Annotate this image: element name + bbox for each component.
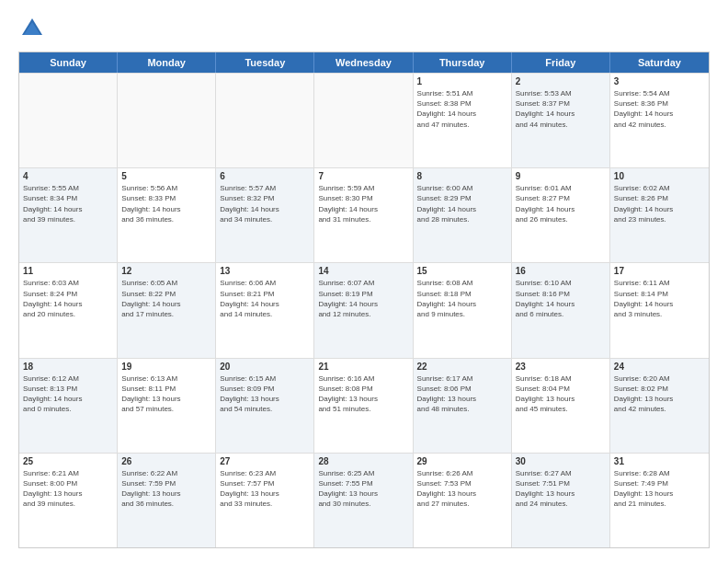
calendar-header: SundayMondayTuesdayWednesdayThursdayFrid…: [19, 52, 709, 73]
day-info: Sunrise: 5:57 AM Sunset: 8:32 PM Dayligh…: [220, 183, 310, 224]
calendar-header-day: Tuesday: [216, 52, 314, 73]
calendar-body: 1Sunrise: 5:51 AM Sunset: 8:38 PM Daylig…: [19, 73, 709, 547]
calendar-cell: 17Sunrise: 6:11 AM Sunset: 8:14 PM Dayli…: [610, 263, 709, 357]
calendar-cell: 5Sunrise: 5:56 AM Sunset: 8:33 PM Daylig…: [118, 168, 216, 262]
day-info: Sunrise: 6:23 AM Sunset: 7:57 PM Dayligh…: [220, 468, 310, 510]
day-number: 20: [220, 362, 310, 372]
calendar-cell: 31Sunrise: 6:28 AM Sunset: 7:49 PM Dayli…: [610, 454, 709, 547]
calendar-cell: 18Sunrise: 6:12 AM Sunset: 8:13 PM Dayli…: [19, 359, 118, 453]
calendar-cell: [216, 74, 314, 167]
day-number: 26: [121, 456, 211, 466]
day-info: Sunrise: 5:53 AM Sunset: 8:37 PM Dayligh…: [516, 88, 606, 130]
calendar-cell: 6Sunrise: 5:57 AM Sunset: 8:32 PM Daylig…: [216, 168, 314, 262]
calendar-header-day: Wednesday: [314, 52, 413, 73]
day-info: Sunrise: 6:08 AM Sunset: 8:18 PM Dayligh…: [417, 278, 507, 319]
day-number: 7: [318, 171, 408, 181]
calendar-cell: 15Sunrise: 6:08 AM Sunset: 8:18 PM Dayli…: [414, 263, 512, 357]
day-info: Sunrise: 6:02 AM Sunset: 8:26 PM Dayligh…: [614, 183, 705, 224]
day-number: 12: [121, 266, 211, 276]
calendar-cell: 20Sunrise: 6:15 AM Sunset: 8:09 PM Dayli…: [216, 359, 314, 453]
day-number: 21: [318, 362, 408, 372]
calendar-row: 25Sunrise: 6:21 AM Sunset: 8:00 PM Dayli…: [19, 453, 709, 547]
logo-icon: [18, 15, 46, 42]
calendar-cell: 30Sunrise: 6:27 AM Sunset: 7:51 PM Dayli…: [512, 454, 610, 547]
calendar-cell: 4Sunrise: 5:55 AM Sunset: 8:34 PM Daylig…: [19, 168, 118, 262]
day-number: 13: [220, 266, 310, 276]
calendar-cell: 7Sunrise: 5:59 AM Sunset: 8:30 PM Daylig…: [314, 168, 413, 262]
calendar-cell: 13Sunrise: 6:06 AM Sunset: 8:21 PM Dayli…: [216, 263, 314, 357]
day-info: Sunrise: 6:01 AM Sunset: 8:27 PM Dayligh…: [516, 183, 606, 224]
day-number: 4: [23, 171, 113, 181]
calendar: SundayMondayTuesdayWednesdayThursdayFrid…: [18, 52, 710, 548]
calendar-cell: 21Sunrise: 6:16 AM Sunset: 8:08 PM Dayli…: [314, 359, 413, 453]
day-info: Sunrise: 6:16 AM Sunset: 8:08 PM Dayligh…: [318, 373, 408, 415]
day-number: 1: [417, 76, 507, 86]
calendar-header-day: Monday: [118, 52, 216, 73]
calendar-row: 11Sunrise: 6:03 AM Sunset: 8:24 PM Dayli…: [19, 262, 709, 357]
day-info: Sunrise: 6:28 AM Sunset: 7:49 PM Dayligh…: [614, 468, 705, 510]
calendar-cell: [314, 74, 413, 167]
calendar-cell: 3Sunrise: 5:54 AM Sunset: 8:36 PM Daylig…: [610, 74, 709, 167]
calendar-cell: 2Sunrise: 5:53 AM Sunset: 8:37 PM Daylig…: [512, 74, 610, 167]
day-info: Sunrise: 5:54 AM Sunset: 8:36 PM Dayligh…: [614, 88, 705, 130]
day-number: 10: [614, 171, 705, 181]
day-number: 23: [516, 362, 606, 372]
calendar-cell: 9Sunrise: 6:01 AM Sunset: 8:27 PM Daylig…: [512, 168, 610, 262]
day-number: 19: [121, 362, 211, 372]
day-info: Sunrise: 6:07 AM Sunset: 8:19 PM Dayligh…: [318, 278, 408, 319]
day-number: 25: [23, 456, 113, 466]
day-info: Sunrise: 6:26 AM Sunset: 7:53 PM Dayligh…: [417, 468, 507, 510]
day-number: 31: [614, 456, 705, 466]
day-info: Sunrise: 5:51 AM Sunset: 8:38 PM Dayligh…: [417, 88, 507, 130]
calendar-cell: 22Sunrise: 6:17 AM Sunset: 8:06 PM Dayli…: [414, 359, 512, 453]
day-info: Sunrise: 6:11 AM Sunset: 8:14 PM Dayligh…: [614, 278, 705, 319]
day-info: Sunrise: 6:20 AM Sunset: 8:02 PM Dayligh…: [614, 373, 705, 415]
day-info: Sunrise: 6:10 AM Sunset: 8:16 PM Dayligh…: [516, 278, 606, 319]
calendar-cell: 11Sunrise: 6:03 AM Sunset: 8:24 PM Dayli…: [19, 263, 118, 357]
calendar-header-day: Saturday: [610, 52, 709, 73]
day-number: 15: [417, 266, 507, 276]
day-number: 22: [417, 362, 507, 372]
day-number: 6: [220, 171, 310, 181]
day-number: 9: [516, 171, 606, 181]
calendar-cell: 16Sunrise: 6:10 AM Sunset: 8:16 PM Dayli…: [512, 263, 610, 357]
day-info: Sunrise: 6:21 AM Sunset: 8:00 PM Dayligh…: [23, 468, 113, 510]
calendar-cell: 19Sunrise: 6:13 AM Sunset: 8:11 PM Dayli…: [118, 359, 216, 453]
day-number: 29: [417, 456, 507, 466]
logo: [18, 15, 50, 42]
calendar-cell: 29Sunrise: 6:26 AM Sunset: 7:53 PM Dayli…: [414, 454, 512, 547]
day-info: Sunrise: 6:06 AM Sunset: 8:21 PM Dayligh…: [220, 278, 310, 319]
calendar-cell: 26Sunrise: 6:22 AM Sunset: 7:59 PM Dayli…: [118, 454, 216, 547]
page: SundayMondayTuesdayWednesdayThursdayFrid…: [0, 0, 728, 563]
day-number: 30: [516, 456, 606, 466]
day-info: Sunrise: 6:17 AM Sunset: 8:06 PM Dayligh…: [417, 373, 507, 415]
header: [18, 15, 710, 42]
day-number: 11: [23, 266, 113, 276]
day-number: 2: [516, 76, 606, 86]
day-number: 8: [417, 171, 507, 181]
day-info: Sunrise: 6:25 AM Sunset: 7:55 PM Dayligh…: [318, 468, 408, 510]
calendar-header-day: Thursday: [414, 52, 512, 73]
day-info: Sunrise: 6:00 AM Sunset: 8:29 PM Dayligh…: [417, 183, 507, 224]
calendar-cell: [19, 74, 118, 167]
calendar-cell: 8Sunrise: 6:00 AM Sunset: 8:29 PM Daylig…: [414, 168, 512, 262]
calendar-cell: 14Sunrise: 6:07 AM Sunset: 8:19 PM Dayli…: [314, 263, 413, 357]
calendar-cell: 23Sunrise: 6:18 AM Sunset: 8:04 PM Dayli…: [512, 359, 610, 453]
calendar-cell: 28Sunrise: 6:25 AM Sunset: 7:55 PM Dayli…: [314, 454, 413, 547]
day-number: 27: [220, 456, 310, 466]
day-number: 18: [23, 362, 113, 372]
day-info: Sunrise: 6:15 AM Sunset: 8:09 PM Dayligh…: [220, 373, 310, 415]
calendar-cell: 27Sunrise: 6:23 AM Sunset: 7:57 PM Dayli…: [216, 454, 314, 547]
calendar-cell: 24Sunrise: 6:20 AM Sunset: 8:02 PM Dayli…: [610, 359, 709, 453]
calendar-cell: [118, 74, 216, 167]
calendar-cell: 1Sunrise: 5:51 AM Sunset: 8:38 PM Daylig…: [414, 74, 512, 167]
calendar-cell: 25Sunrise: 6:21 AM Sunset: 8:00 PM Dayli…: [19, 454, 118, 547]
calendar-row: 1Sunrise: 5:51 AM Sunset: 8:38 PM Daylig…: [19, 73, 709, 167]
day-info: Sunrise: 6:18 AM Sunset: 8:04 PM Dayligh…: [516, 373, 606, 415]
calendar-header-day: Friday: [512, 52, 610, 73]
calendar-header-day: Sunday: [19, 52, 118, 73]
day-info: Sunrise: 5:56 AM Sunset: 8:33 PM Dayligh…: [121, 183, 211, 224]
day-number: 5: [121, 171, 211, 181]
calendar-row: 18Sunrise: 6:12 AM Sunset: 8:13 PM Dayli…: [19, 358, 709, 453]
day-info: Sunrise: 6:03 AM Sunset: 8:24 PM Dayligh…: [23, 278, 113, 319]
